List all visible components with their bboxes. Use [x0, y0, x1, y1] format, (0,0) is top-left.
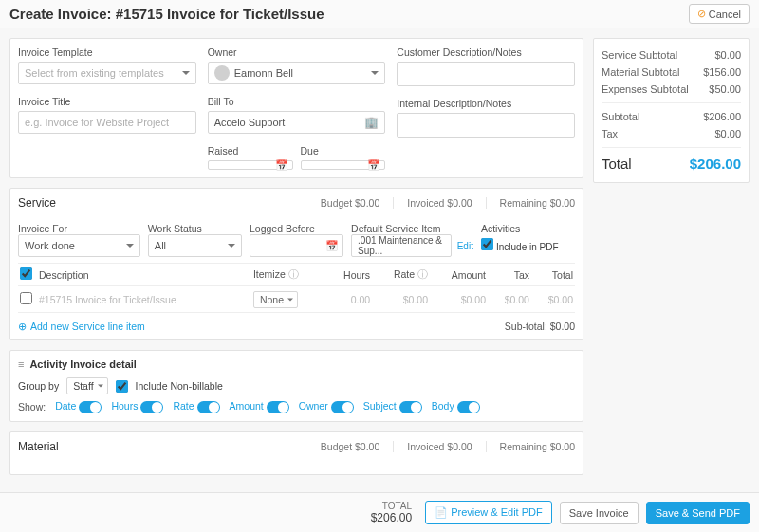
company-icon: 🏢 [364, 116, 379, 129]
calendar-icon: 📅 [367, 159, 380, 172]
show-label: Show: [18, 401, 46, 413]
groupby-select[interactable]: Staff [66, 377, 107, 394]
logged-before-input[interactable]: 📅 [250, 234, 343, 257]
owner-label: Owner [208, 46, 386, 58]
invoice-title-input[interactable]: e.g. Invoice for Website Project [18, 111, 196, 134]
invoice-title-label: Invoice Title [18, 96, 196, 107]
row-rate: $0.00 [372, 286, 430, 313]
material-title: Material [18, 440, 321, 453]
tax-val: $0.00 [714, 128, 741, 139]
page-header: Create Invoice: #15715 Invoice for Ticke… [0, 0, 759, 28]
service-panel: Service Budget $0.00 Invoiced $0.00 Rema… [9, 188, 583, 340]
customer-notes-label: Customer Description/Notes [397, 46, 575, 58]
toggle-amount[interactable] [267, 401, 289, 413]
activities-label: Activities [481, 223, 520, 234]
add-service-line[interactable]: Add new Service line item [18, 321, 145, 332]
row-tax: $0.00 [488, 286, 531, 313]
service-sub-val: $0.00 [714, 49, 741, 61]
row-description: #15715 Invoice for Ticket/Issue [37, 286, 251, 313]
total-val: $206.00 [690, 156, 741, 172]
service-subtotal: Sub-total: $0.00 [505, 321, 575, 332]
internal-notes-label: Internal Description/Notes [397, 98, 575, 109]
row-checkbox[interactable] [20, 292, 32, 304]
raised-input[interactable]: 📅 [208, 160, 293, 170]
table-row[interactable]: #15715 Invoice for Ticket/Issue None 0.0… [18, 286, 575, 313]
work-status-select[interactable]: All [148, 234, 242, 257]
col-itemize: Itemize ⓘ [251, 264, 326, 286]
total-label: Total [602, 156, 632, 172]
preview-pdf-button[interactable]: 📄 Preview & Edit PDF [425, 501, 552, 524]
billto-input[interactable]: Accelo Support🏢 [208, 111, 386, 134]
toggle-subject[interactable] [399, 401, 422, 413]
save-invoice-button[interactable]: Save Invoice [560, 502, 639, 524]
summary-panel: Service Subtotal$0.00 Material Subtotal$… [593, 38, 750, 183]
work-status-label: Work Status [148, 223, 202, 234]
toggle-rate-label: Rate [173, 400, 194, 412]
col-description: Description [37, 264, 251, 286]
save-send-button[interactable]: Save & Send PDF [646, 502, 750, 524]
include-nonbillable-checkbox[interactable] [116, 380, 128, 393]
col-total: Total [531, 264, 575, 286]
invoice-for-select[interactable]: Work done [18, 234, 140, 257]
billto-label: Bill To [208, 96, 386, 107]
itemize-select[interactable]: None [253, 291, 298, 308]
footer: TOTAL $206.00 📄 Preview & Edit PDF Save … [0, 492, 759, 532]
invoice-meta-panel: Invoice Template Select from existing te… [9, 38, 583, 178]
toggle-amount-label: Amount [230, 400, 264, 412]
select-all-checkbox[interactable] [20, 267, 32, 280]
col-hours: Hours [325, 264, 372, 286]
toggle-rate[interactable] [197, 401, 220, 413]
invoice-template-label: Invoice Template [18, 46, 196, 58]
include-nonbillable-label: Include Non-billable [136, 380, 223, 392]
col-tax: Tax [488, 264, 531, 286]
calendar-icon: 📅 [275, 159, 288, 172]
expenses-sub-val: $50.00 [709, 83, 741, 95]
tax-label: Tax [602, 128, 618, 139]
default-item-label: Default Service Item [351, 223, 441, 234]
service-items-table: Description Itemize ⓘ Hours Rate ⓘ Amoun… [18, 263, 575, 313]
toggle-subject-label: Subject [363, 400, 397, 412]
material-sub-label: Material Subtotal [602, 66, 680, 78]
invoice-template-select[interactable]: Select from existing templates [18, 62, 196, 84]
calendar-icon: 📅 [325, 240, 339, 252]
owner-select[interactable]: Eamonn Bell [208, 62, 386, 84]
groupby-label: Group by [18, 380, 59, 392]
row-total: $0.00 [531, 286, 575, 313]
col-amount: Amount [430, 264, 488, 286]
toggle-date-label: Date [55, 400, 76, 412]
customer-notes-textarea[interactable] [397, 62, 575, 86]
internal-notes-textarea[interactable] [397, 113, 575, 138]
raised-label: Raised [208, 145, 293, 156]
toggle-owner-label: Owner [299, 400, 328, 412]
row-hours: 0.00 [325, 286, 372, 313]
material-budget-info: Budget $0.00 Invoiced $0.00 Remaining $0… [321, 441, 575, 452]
service-sub-label: Service Subtotal [602, 49, 677, 61]
due-label: Due [301, 145, 386, 156]
avatar [214, 65, 230, 81]
include-pdf-checkbox[interactable] [481, 238, 493, 250]
info-icon: ⓘ [288, 268, 299, 280]
page-title: Create Invoice: #15715 Invoice for Ticke… [9, 6, 689, 22]
toggle-date[interactable] [79, 401, 102, 413]
subtotal-label: Subtotal [602, 111, 639, 122]
footer-total: TOTAL $206.00 [371, 501, 412, 524]
activity-detail-panel: Activity Invoice detail Group by Staff I… [9, 350, 583, 422]
material-panel: Material Budget $0.00 Invoiced $0.00 Rem… [9, 431, 583, 475]
default-item-input[interactable]: .001 Maintenance & Sup... [351, 234, 452, 257]
default-item-edit[interactable]: Edit [454, 241, 473, 251]
include-pdf-label: Include in PDF [496, 242, 559, 252]
service-budget-info: Budget $0.00 Invoiced $0.00 Remaining $0… [321, 197, 575, 209]
toggle-owner[interactable] [331, 401, 354, 413]
expenses-sub-label: Expenses Subtotal [602, 83, 689, 95]
due-input[interactable]: 📅 [301, 160, 386, 170]
toggle-hours[interactable] [140, 401, 163, 413]
logged-before-label: Logged Before [250, 223, 315, 234]
info-icon: ⓘ [417, 268, 428, 280]
invoice-for-label: Invoice For [18, 223, 67, 234]
toggle-hours-label: Hours [111, 400, 138, 412]
cancel-button[interactable]: Cancel [689, 4, 750, 24]
toggle-body-label: Body [432, 400, 454, 412]
toggle-body[interactable] [457, 401, 480, 413]
service-title: Service [18, 196, 321, 210]
material-sub-val: $156.00 [703, 66, 741, 78]
